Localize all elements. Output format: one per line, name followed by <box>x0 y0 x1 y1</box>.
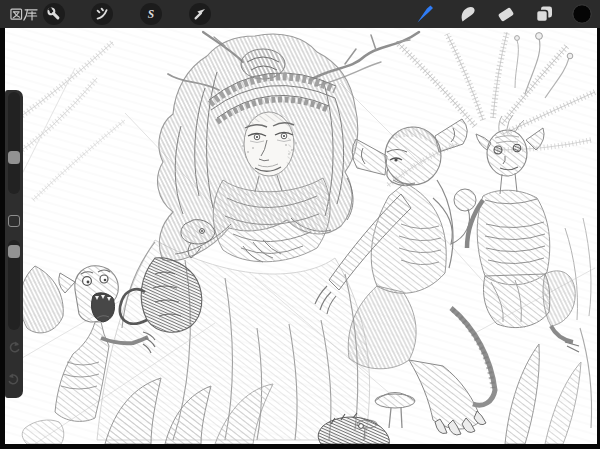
svg-text:S: S <box>148 8 154 20</box>
undo-button[interactable] <box>7 340 21 354</box>
toolbar: 图库 <box>0 0 600 28</box>
color-swatch <box>570 2 594 26</box>
transform-button[interactable] <box>189 3 211 25</box>
actions-button[interactable] <box>43 3 65 25</box>
erase-tool-button[interactable] <box>494 2 518 26</box>
color-button[interactable] <box>570 2 594 26</box>
transform-arrow-icon <box>191 5 209 23</box>
gallery-label <box>10 7 38 22</box>
paint-tool-button[interactable] <box>413 2 437 26</box>
brush-icon <box>413 2 437 26</box>
brush-size-handle[interactable] <box>8 151 20 164</box>
canvas-artwork[interactable] <box>5 28 597 444</box>
selection-button[interactable]: S <box>140 3 162 25</box>
smudge-tool-button[interactable] <box>456 2 480 26</box>
adjustments-icon <box>93 5 111 23</box>
selection-icon: S <box>142 5 160 23</box>
pencil-sketch <box>5 28 597 444</box>
screen-edge-bottom <box>0 444 600 449</box>
gallery-button[interactable]: 图库 <box>10 7 38 22</box>
modify-button[interactable] <box>8 215 20 227</box>
brush-size-slider[interactable] <box>8 92 20 194</box>
redo-button[interactable] <box>7 372 21 386</box>
opacity-slider[interactable] <box>8 240 20 330</box>
smudge-icon <box>456 2 480 26</box>
sidebar <box>5 90 23 398</box>
opacity-handle[interactable] <box>8 245 20 258</box>
undo-icon <box>7 340 21 354</box>
layers-button[interactable] <box>532 2 556 26</box>
layers-icon <box>532 2 556 26</box>
wrench-icon <box>45 5 63 23</box>
eraser-icon <box>494 2 518 26</box>
adjustments-button[interactable] <box>91 3 113 25</box>
redo-icon <box>7 372 21 386</box>
